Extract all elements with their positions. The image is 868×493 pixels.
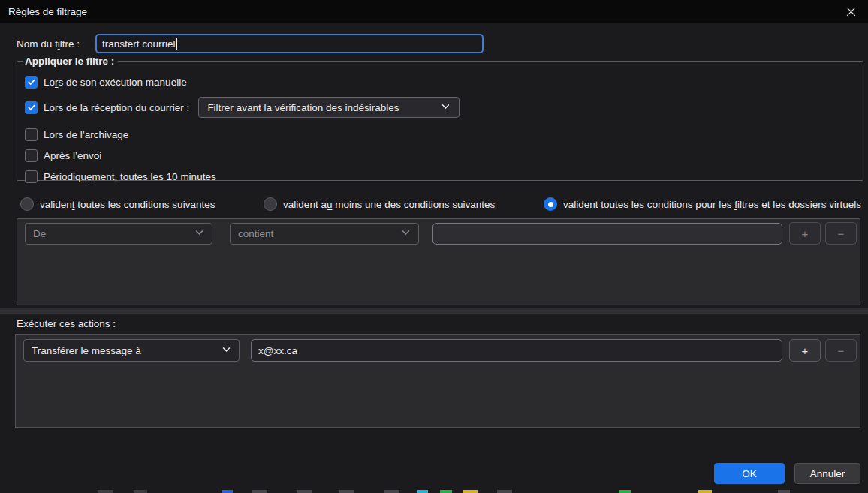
action-type-value: Transférer le message à <box>32 345 141 356</box>
checkbox-row-reception: Lors de la réception du courrier : Filtr… <box>25 97 863 118</box>
add-action-button[interactable]: + <box>789 339 821 362</box>
radio-match-all-label: valident toutes les conditions suivantes <box>40 199 215 210</box>
chevron-down-icon <box>401 227 411 239</box>
filter-name-label: Nom du filtre : <box>17 38 95 50</box>
archiving-checkbox[interactable] <box>25 128 38 141</box>
condition-value-input[interactable] <box>432 223 782 245</box>
radio-match-all[interactable]: valident toutes les conditions suivantes <box>20 197 215 211</box>
reception-checkbox[interactable] <box>25 101 38 114</box>
condition-operator-select[interactable]: contient <box>230 223 419 245</box>
radio-match-all-virtual-label: valident toutes les conditions pour les … <box>563 199 861 210</box>
actions-panel: Transférer le message à + − <box>15 334 860 428</box>
match-options-row: valident toutes les conditions suivantes… <box>20 196 861 212</box>
dialog-button-row: OK Annuler <box>714 463 860 484</box>
reception-checkbox-label: Lors de la réception du courrier : <box>44 102 189 113</box>
manual-checkbox-label: Lors de son exécution manuelle <box>44 77 187 88</box>
apply-filter-group: Appliquer le filtre : Lors de son exécut… <box>17 56 863 181</box>
text-cursor <box>176 38 177 50</box>
close-icon[interactable] <box>833 0 868 23</box>
remove-condition-button[interactable]: − <box>825 222 857 245</box>
after-send-checkbox-label: Après l’envoi <box>44 150 101 161</box>
radio-match-any-label: valident au moins une des conditions sui… <box>283 199 495 210</box>
taskbar-sliver <box>0 490 868 493</box>
filter-name-value: transfert courriel <box>102 38 176 50</box>
actions-section-label: Exécuter ces actions : <box>17 318 116 329</box>
chevron-down-icon <box>441 101 451 113</box>
apply-filter-legend: Appliquer le filtre : <box>23 56 118 67</box>
dialog-titlebar: Règles de filtrage <box>0 0 868 23</box>
filter-name-row: Nom du filtre : transfert courriel <box>17 34 484 53</box>
periodic-checkbox[interactable] <box>25 170 38 183</box>
remove-action-button[interactable]: − <box>825 339 857 362</box>
archiving-checkbox-label: Lors de l’archivage <box>44 129 128 140</box>
radio-match-all-virtual[interactable]: valident toutes les conditions pour les … <box>544 197 861 211</box>
action-row: Transférer le message à + − <box>23 339 857 362</box>
radio-button[interactable] <box>20 197 34 211</box>
cancel-button[interactable]: Annuler <box>794 463 860 484</box>
dialog-title: Règles de filtrage <box>0 6 87 17</box>
condition-row: De contient + − <box>25 222 857 245</box>
checkbox-row-periodic: Périodiquement, toutes les 10 minutes <box>25 168 863 185</box>
after-send-checkbox[interactable] <box>25 149 38 162</box>
checkbox-row-archiving: Lors de l’archivage <box>25 126 863 143</box>
condition-operator-value: contient <box>238 228 273 239</box>
chevron-down-icon <box>194 227 204 239</box>
checkbox-row-manual: Lors de son exécution manuelle <box>25 74 863 90</box>
condition-attribute-select[interactable]: De <box>25 223 212 245</box>
action-type-select[interactable]: Transférer le message à <box>23 339 240 362</box>
radio-button[interactable] <box>264 197 277 211</box>
add-condition-button[interactable]: + <box>789 222 821 245</box>
radio-match-any[interactable]: valident au moins une des conditions sui… <box>264 197 495 211</box>
splitter-handle[interactable] <box>0 308 868 314</box>
filter-name-input[interactable]: transfert courriel <box>95 34 484 53</box>
periodic-checkbox-label: Périodiquement, toutes les 10 minutes <box>44 171 216 182</box>
condition-attribute-value: De <box>33 228 46 239</box>
junk-filter-timing-value: Filtrer avant la vérification des indési… <box>207 102 399 113</box>
manual-checkbox[interactable] <box>25 76 38 89</box>
checkbox-row-after-send: Après l’envoi <box>25 147 863 164</box>
conditions-panel: De contient + − <box>17 218 860 305</box>
forward-address-input[interactable] <box>251 339 782 362</box>
chevron-down-icon <box>222 344 231 356</box>
radio-button[interactable] <box>544 197 557 211</box>
ok-button[interactable]: OK <box>714 463 785 484</box>
junk-filter-timing-select[interactable]: Filtrer avant la vérification des indési… <box>198 97 460 118</box>
